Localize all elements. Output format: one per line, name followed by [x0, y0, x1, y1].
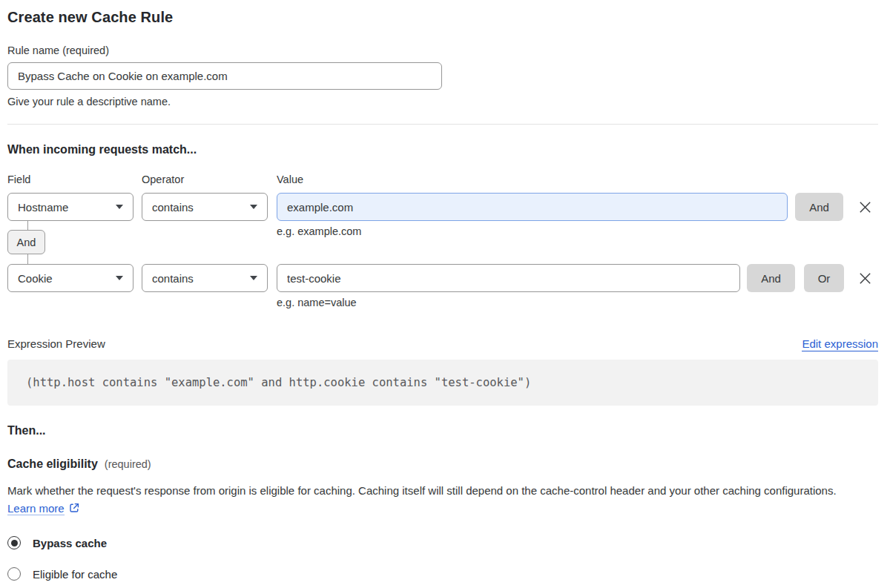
cache-eligibility-description: Mark whether the request's response from…: [7, 482, 868, 518]
add-and-condition-button[interactable]: And: [795, 193, 843, 221]
add-and-condition-button[interactable]: And: [747, 264, 795, 292]
cache-eligibility-title: Cache eligibility: [7, 457, 98, 471]
operator-select[interactable]: contains: [142, 264, 268, 292]
radio-label: Bypass cache: [33, 537, 107, 549]
condition-column-headers: Field Operator Value: [7, 174, 878, 185]
page-title: Create new Cache Rule: [7, 9, 878, 26]
operator-select[interactable]: contains: [142, 193, 268, 221]
field-select[interactable]: Cookie: [7, 264, 134, 292]
remove-condition-button[interactable]: [857, 270, 873, 286]
field-column-label: Field: [7, 174, 142, 185]
operator-select-value: contains: [152, 272, 194, 285]
required-label: (required): [105, 458, 151, 470]
radio-button-icon: [7, 536, 21, 549]
radio-label: Eligible for cache: [33, 568, 117, 581]
value-input[interactable]: [277, 264, 740, 292]
operator-column-label: Operator: [142, 174, 277, 185]
learn-more-link[interactable]: Learn more: [7, 502, 65, 515]
chevron-down-icon: [116, 205, 123, 209]
field-select-value: Hostname: [18, 201, 68, 214]
radio-option-bypass-cache[interactable]: Bypass cache: [7, 536, 878, 549]
edit-expression-link[interactable]: Edit expression: [802, 337, 878, 351]
cache-eligibility-heading: Cache eligibility (required): [7, 457, 878, 471]
rule-name-label: Rule name (required): [7, 44, 878, 56]
chevron-down-icon: [250, 276, 257, 280]
add-or-condition-button[interactable]: Or: [804, 264, 844, 292]
expression-code: (http.host contains "example.com" and ht…: [7, 360, 878, 406]
expression-preview-label: Expression Preview: [7, 337, 105, 350]
external-link-icon: [68, 502, 80, 514]
value-input[interactable]: [277, 193, 788, 221]
value-column-label: Value: [277, 174, 878, 185]
value-hint: e.g. name=value: [277, 297, 357, 308]
chevron-down-icon: [250, 205, 257, 209]
create-cache-rule-form: Create new Cache Rule Rule name (require…: [7, 0, 878, 581]
and-connector-button[interactable]: And: [7, 230, 45, 254]
field-select[interactable]: Hostname: [7, 193, 134, 221]
value-hint: e.g. example.com: [277, 225, 361, 237]
close-icon: [857, 271, 873, 286]
then-heading: Then...: [7, 424, 878, 437]
remove-condition-button[interactable]: [857, 199, 873, 215]
expression-header: Expression Preview Edit expression: [7, 337, 878, 351]
field-select-value: Cookie: [18, 272, 53, 285]
radio-button-icon: [7, 567, 21, 581]
condition-row-2: Cookie contains And Or e.g. name=value: [7, 264, 878, 292]
condition-row-1: Hostname contains And e.g. example.com: [7, 193, 878, 221]
match-heading: When incoming requests match...: [7, 143, 878, 156]
rule-name-input[interactable]: [7, 62, 442, 90]
operator-select-value: contains: [152, 201, 194, 214]
close-icon: [857, 199, 873, 215]
section-divider: [7, 124, 878, 125]
description-text: Mark whether the request's response from…: [7, 484, 837, 497]
chevron-down-icon: [116, 276, 123, 280]
rule-name-help: Give your rule a descriptive name.: [7, 96, 878, 108]
radio-option-eligible-for-cache[interactable]: Eligible for cache: [7, 567, 878, 581]
